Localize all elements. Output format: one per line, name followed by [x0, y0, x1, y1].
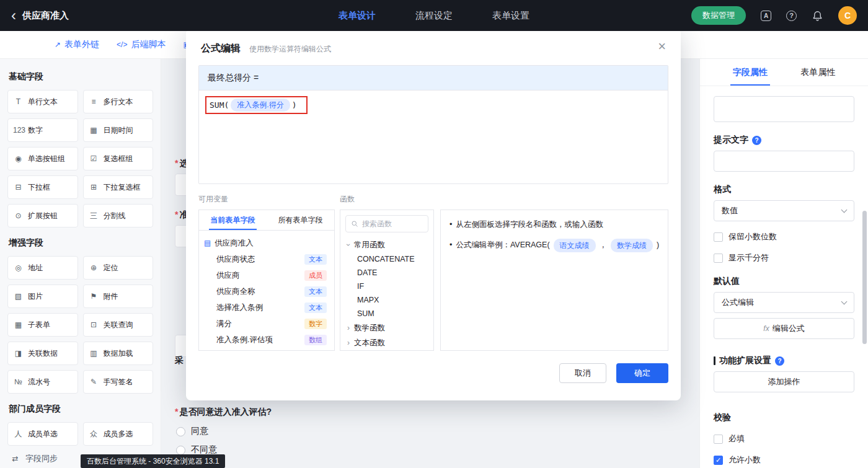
palette-item[interactable]: ◎地址	[7, 256, 78, 280]
palette-item[interactable]: T单行文本	[7, 90, 78, 113]
palette-item[interactable]: 三分割线	[83, 204, 154, 227]
keep-decimals-checkbox[interactable]: 保留小数位数	[714, 231, 854, 242]
palette-item[interactable]: ▥数据加载	[83, 342, 154, 365]
tab-field-properties[interactable]: 字段属性	[733, 59, 768, 86]
palette-item-label: 单行文本	[28, 97, 58, 107]
variable-row[interactable]: 选择准入条例文本	[204, 299, 329, 316]
palette-item[interactable]: ☑复选框组	[83, 147, 154, 170]
variable-name: 供应商全称	[216, 286, 255, 297]
palette-item[interactable]: ⊟下拉框	[7, 175, 78, 199]
help-icon[interactable]: ?	[786, 11, 797, 21]
palette-item[interactable]: ⊕定位	[83, 256, 154, 280]
function-group[interactable]: ›文本函数	[340, 335, 433, 350]
formula-editor[interactable]: SUM( 准入条例.得分 )	[199, 91, 668, 183]
variables-root[interactable]: ▤ 供应商准入	[204, 235, 329, 251]
add-action-label: 添加操作	[768, 376, 800, 387]
formula-box: 最终总得分 = SUM( 准入条例.得分 )	[198, 65, 668, 184]
bell-icon[interactable]	[812, 10, 823, 22]
topbar-right: 数据管理 A ? C	[691, 6, 857, 25]
palette-item[interactable]: ⊞下拉复选框	[83, 175, 154, 199]
function-group-label: 常用函数	[354, 240, 385, 250]
format-text: 格式	[714, 184, 731, 195]
palette-item[interactable]: ⊙扩展按钮	[7, 204, 78, 227]
palette-item[interactable]: ⚑附件	[83, 285, 154, 308]
palette-item[interactable]: ✎手写签名	[83, 370, 154, 394]
palette-item[interactable]: 123数字	[7, 118, 78, 142]
tab-all-form-fields[interactable]: 所有表单字段	[267, 210, 334, 230]
formula-help-panel: • 从左侧面板选择字段名和函数，或输入函数 • 公式编辑举例：AVERAGE( …	[440, 210, 668, 351]
data-manage-button[interactable]: 数据管理	[691, 6, 746, 25]
topbar-tab[interactable]: 表单设置	[492, 10, 529, 22]
palette-item[interactable]: ◨关联数据	[7, 342, 78, 365]
variable-row[interactable]: 供应商成员	[204, 267, 329, 283]
palette-item-label: 扩展按钮	[28, 211, 58, 221]
required-checkbox[interactable]: 必填	[714, 433, 854, 444]
variable-row[interactable]: 准入条例.评估项数组	[204, 332, 329, 348]
format-select[interactable]: 数值	[714, 200, 854, 221]
scrollbar-thumb[interactable]	[862, 211, 867, 344]
back-icon[interactable]: ‹	[11, 8, 16, 23]
extension-settings-header: 功能扩展设置 ?	[714, 355, 854, 366]
tab-current-form-fields[interactable]: 当前表单字段	[199, 210, 267, 230]
tab-form-properties[interactable]: 表单属性	[800, 59, 835, 86]
palette-item[interactable]: 人成员单选	[7, 422, 78, 446]
bullet: •	[450, 219, 452, 231]
palette-item[interactable]: №流水号	[7, 370, 78, 394]
field-sync-item[interactable]: ⇄ 字段同步	[10, 453, 58, 464]
chevron-right-icon: ›	[345, 324, 352, 332]
validation-header: 校验	[714, 412, 854, 423]
function-item[interactable]: DATE	[340, 266, 433, 280]
palette-item[interactable]: ▧图片	[7, 285, 78, 308]
function-group[interactable]: ›数学函数	[340, 320, 433, 335]
function-item[interactable]: CONCATENATE	[340, 252, 433, 266]
variable-rows: 供应商状态文本供应商成员供应商全称文本选择准入条例文本满分数字准入条例.评估项数…	[204, 251, 329, 348]
function-item[interactable]: SUM	[340, 307, 433, 320]
extension-help-icon[interactable]: ?	[775, 356, 784, 366]
topbar-tab[interactable]: 表单设计	[339, 10, 376, 22]
hint-text-input[interactable]	[714, 151, 854, 172]
palette-item[interactable]: ▦日期时间	[83, 118, 154, 142]
field-name-input[interactable]	[714, 96, 854, 122]
toolbar-link[interactable]: ↗表单外链	[55, 39, 99, 50]
radio-option-agree[interactable]: 同意	[176, 426, 208, 437]
default-value-select[interactable]: 公式编辑	[714, 292, 854, 313]
toolbar-link-label: 表单外链	[64, 39, 99, 50]
hint-help-icon[interactable]: ?	[752, 136, 761, 145]
close-icon[interactable]: ×	[658, 40, 666, 53]
radio-group-icon: ◉	[13, 154, 24, 163]
checkbox-label: 允许小数	[728, 454, 761, 466]
palette-item[interactable]: ≡多行文本	[83, 90, 154, 113]
form-external-link-icon: ↗	[55, 40, 61, 49]
translate-icon[interactable]: A	[761, 11, 771, 21]
variable-row[interactable]: 供应商全称文本	[204, 283, 329, 299]
function-group[interactable]: ›常用函数	[340, 237, 433, 252]
formula-field-pill[interactable]: 准入条例.得分	[231, 99, 290, 112]
variable-name: 准入条例.评估项	[216, 335, 273, 345]
palette-item-label: 分割线	[104, 211, 126, 221]
add-action-button[interactable]: 添加操作	[714, 371, 854, 392]
function-tree: ›常用函数CONCATENATEDATEIFMAPXSUM›数学函数›文本函数	[340, 237, 433, 350]
variable-name: 供应商	[216, 270, 240, 281]
palette-item[interactable]: 众成员多选	[83, 422, 154, 446]
function-search-input[interactable]: 搜索函数	[345, 215, 428, 232]
palette-item[interactable]: ⊡关联查询	[83, 313, 154, 337]
variable-row[interactable]: 满分数字	[204, 316, 329, 332]
cancel-button[interactable]: 取消	[559, 363, 606, 383]
palette-item[interactable]: ◉单选按钮组	[7, 147, 78, 170]
avatar[interactable]: C	[838, 6, 857, 25]
function-item[interactable]: MAPX	[340, 293, 433, 307]
edit-formula-button[interactable]: fx 编辑公式	[714, 318, 854, 339]
topbar-tab[interactable]: 流程设定	[415, 10, 453, 22]
linked-data-icon: ◨	[13, 349, 24, 358]
toolbar-link[interactable]: </>后端脚本	[117, 39, 166, 50]
palette-item-label: 图片	[28, 291, 43, 302]
question-text: 是否同意进入准入评估?	[179, 407, 272, 417]
palette-item[interactable]: ▦子表单	[7, 313, 78, 337]
confirm-button[interactable]: 确定	[616, 363, 668, 383]
allow-decimal-checkbox[interactable]: ✓ 允许小数	[714, 454, 854, 466]
function-item[interactable]: IF	[340, 280, 433, 293]
variable-row[interactable]: 供应商状态文本	[204, 251, 329, 267]
thousands-separator-checkbox[interactable]: 显示千分符	[714, 252, 854, 263]
palette-item-label: 附件	[104, 291, 118, 302]
palette-item-label: 成员单选	[28, 429, 58, 439]
